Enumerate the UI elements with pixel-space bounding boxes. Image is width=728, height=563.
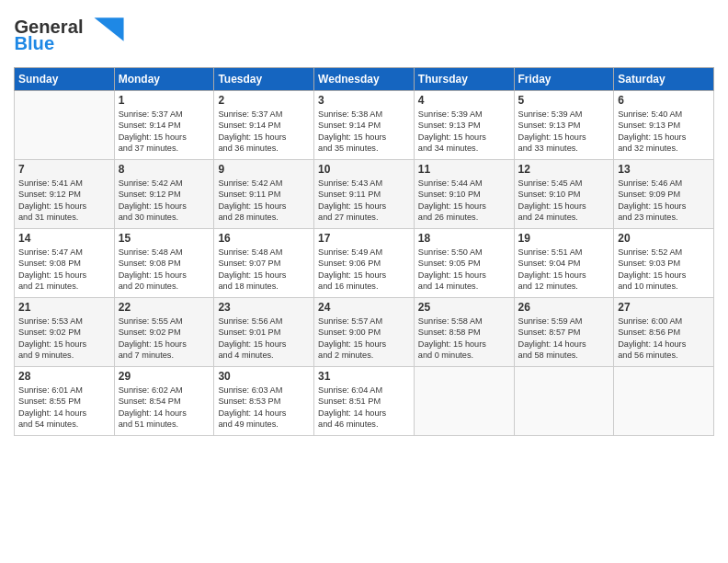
calendar-cell: 11Sunrise: 5:44 AM Sunset: 9:10 PM Dayli… — [414, 160, 514, 229]
day-number: 25 — [418, 301, 510, 314]
day-number: 13 — [618, 163, 710, 176]
day-number: 15 — [119, 232, 210, 245]
day-number: 21 — [18, 301, 110, 314]
day-info: Sunrise: 5:48 AM Sunset: 9:07 PM Dayligh… — [218, 247, 310, 293]
svg-text:Blue: Blue — [14, 33, 54, 53]
calendar-cell: 25Sunrise: 5:58 AM Sunset: 8:58 PM Dayli… — [414, 298, 514, 367]
weekday-header-friday: Friday — [514, 68, 614, 91]
day-number: 29 — [119, 370, 210, 383]
day-info: Sunrise: 5:44 AM Sunset: 9:10 PM Dayligh… — [418, 178, 510, 224]
day-info: Sunrise: 6:03 AM Sunset: 8:53 PM Dayligh… — [218, 385, 310, 431]
day-number: 14 — [18, 232, 110, 245]
calendar-cell: 13Sunrise: 5:46 AM Sunset: 9:09 PM Dayli… — [614, 160, 714, 229]
calendar-cell — [514, 367, 614, 436]
day-info: Sunrise: 5:46 AM Sunset: 9:09 PM Dayligh… — [618, 178, 710, 224]
calendar-body: 1Sunrise: 5:37 AM Sunset: 9:14 PM Daylig… — [15, 91, 714, 436]
calendar-cell: 30Sunrise: 6:03 AM Sunset: 8:53 PM Dayli… — [214, 367, 314, 436]
day-info: Sunrise: 5:51 AM Sunset: 9:04 PM Dayligh… — [518, 247, 610, 293]
day-number: 5 — [518, 94, 610, 107]
calendar-cell — [614, 367, 714, 436]
day-number: 23 — [218, 301, 310, 314]
day-info: Sunrise: 5:56 AM Sunset: 9:01 PM Dayligh… — [218, 316, 310, 362]
day-number: 2 — [218, 94, 310, 107]
day-number: 7 — [18, 163, 110, 176]
calendar-cell: 18Sunrise: 5:50 AM Sunset: 9:05 PM Dayli… — [414, 229, 514, 298]
calendar-cell: 23Sunrise: 5:56 AM Sunset: 9:01 PM Dayli… — [214, 298, 314, 367]
calendar-week-3: 14Sunrise: 5:47 AM Sunset: 9:08 PM Dayli… — [15, 229, 714, 298]
calendar-cell: 3Sunrise: 5:38 AM Sunset: 9:14 PM Daylig… — [314, 91, 415, 160]
calendar-cell: 1Sunrise: 5:37 AM Sunset: 9:14 PM Daylig… — [114, 91, 214, 160]
day-info: Sunrise: 5:47 AM Sunset: 9:08 PM Dayligh… — [18, 247, 110, 293]
day-info: Sunrise: 5:57 AM Sunset: 9:00 PM Dayligh… — [318, 316, 410, 362]
day-info: Sunrise: 6:01 AM Sunset: 8:55 PM Dayligh… — [18, 385, 110, 431]
calendar-week-4: 21Sunrise: 5:53 AM Sunset: 9:02 PM Dayli… — [15, 298, 714, 367]
calendar-cell: 22Sunrise: 5:55 AM Sunset: 9:02 PM Dayli… — [114, 298, 214, 367]
day-number: 16 — [218, 232, 310, 245]
day-number: 26 — [518, 301, 610, 314]
calendar-week-1: 1Sunrise: 5:37 AM Sunset: 9:14 PM Daylig… — [15, 91, 714, 160]
day-info: Sunrise: 5:37 AM Sunset: 9:14 PM Dayligh… — [119, 109, 210, 155]
calendar-cell: 12Sunrise: 5:45 AM Sunset: 9:10 PM Dayli… — [514, 160, 614, 229]
logo-svg: General Blue — [14, 9, 124, 60]
calendar-cell: 9Sunrise: 5:42 AM Sunset: 9:11 PM Daylig… — [214, 160, 314, 229]
day-info: Sunrise: 5:38 AM Sunset: 9:14 PM Dayligh… — [318, 109, 410, 155]
day-number: 1 — [119, 94, 210, 107]
calendar-cell: 16Sunrise: 5:48 AM Sunset: 9:07 PM Dayli… — [214, 229, 314, 298]
day-info: Sunrise: 5:41 AM Sunset: 9:12 PM Dayligh… — [18, 178, 110, 224]
day-info: Sunrise: 5:59 AM Sunset: 8:57 PM Dayligh… — [518, 316, 610, 362]
svg-marker-1 — [95, 17, 124, 41]
day-info: Sunrise: 5:37 AM Sunset: 9:14 PM Dayligh… — [218, 109, 310, 155]
day-info: Sunrise: 5:52 AM Sunset: 9:03 PM Dayligh… — [618, 247, 710, 293]
weekday-header-sunday: Sunday — [15, 68, 115, 91]
day-info: Sunrise: 5:42 AM Sunset: 9:11 PM Dayligh… — [218, 178, 310, 224]
day-info: Sunrise: 5:55 AM Sunset: 9:02 PM Dayligh… — [119, 316, 210, 362]
calendar-week-5: 28Sunrise: 6:01 AM Sunset: 8:55 PM Dayli… — [15, 367, 714, 436]
day-number: 10 — [318, 163, 410, 176]
day-number: 3 — [318, 94, 410, 107]
day-number: 11 — [418, 163, 510, 176]
calendar-cell: 27Sunrise: 6:00 AM Sunset: 8:56 PM Dayli… — [614, 298, 714, 367]
day-number: 30 — [218, 370, 310, 383]
day-number: 12 — [518, 163, 610, 176]
day-info: Sunrise: 5:58 AM Sunset: 8:58 PM Dayligh… — [418, 316, 510, 362]
calendar-cell — [414, 367, 514, 436]
day-info: Sunrise: 5:49 AM Sunset: 9:06 PM Dayligh… — [318, 247, 410, 293]
calendar-cell: 7Sunrise: 5:41 AM Sunset: 9:12 PM Daylig… — [15, 160, 115, 229]
calendar-header: SundayMondayTuesdayWednesdayThursdayFrid… — [15, 68, 714, 91]
day-number: 6 — [618, 94, 710, 107]
calendar-cell: 26Sunrise: 5:59 AM Sunset: 8:57 PM Dayli… — [514, 298, 614, 367]
day-number: 4 — [418, 94, 510, 107]
weekday-header-monday: Monday — [114, 68, 214, 91]
day-info: Sunrise: 5:43 AM Sunset: 9:11 PM Dayligh… — [318, 178, 410, 224]
day-number: 24 — [318, 301, 410, 314]
page-container: General Blue SundayMondayTuesdayWednesda… — [0, 0, 728, 445]
calendar-cell: 21Sunrise: 5:53 AM Sunset: 9:02 PM Dayli… — [15, 298, 115, 367]
day-number: 18 — [418, 232, 510, 245]
day-number: 22 — [119, 301, 210, 314]
day-number: 8 — [119, 163, 210, 176]
day-number: 31 — [318, 370, 410, 383]
calendar-cell: 29Sunrise: 6:02 AM Sunset: 8:54 PM Dayli… — [114, 367, 214, 436]
day-info: Sunrise: 5:50 AM Sunset: 9:05 PM Dayligh… — [418, 247, 510, 293]
day-info: Sunrise: 5:53 AM Sunset: 9:02 PM Dayligh… — [18, 316, 110, 362]
logo: General Blue — [14, 9, 124, 60]
day-info: Sunrise: 5:39 AM Sunset: 9:13 PM Dayligh… — [518, 109, 610, 155]
page-header: General Blue — [14, 9, 714, 60]
calendar-table: SundayMondayTuesdayWednesdayThursdayFrid… — [14, 67, 714, 436]
calendar-cell: 14Sunrise: 5:47 AM Sunset: 9:08 PM Dayli… — [15, 229, 115, 298]
calendar-cell: 31Sunrise: 6:04 AM Sunset: 8:51 PM Dayli… — [314, 367, 415, 436]
day-number: 19 — [518, 232, 610, 245]
calendar-cell: 24Sunrise: 5:57 AM Sunset: 9:00 PM Dayli… — [314, 298, 415, 367]
day-info: Sunrise: 5:40 AM Sunset: 9:13 PM Dayligh… — [618, 109, 710, 155]
day-info: Sunrise: 6:00 AM Sunset: 8:56 PM Dayligh… — [618, 316, 710, 362]
weekday-header-tuesday: Tuesday — [214, 68, 314, 91]
day-info: Sunrise: 6:04 AM Sunset: 8:51 PM Dayligh… — [318, 385, 410, 431]
calendar-cell: 5Sunrise: 5:39 AM Sunset: 9:13 PM Daylig… — [514, 91, 614, 160]
day-info: Sunrise: 5:39 AM Sunset: 9:13 PM Dayligh… — [418, 109, 510, 155]
day-info: Sunrise: 5:45 AM Sunset: 9:10 PM Dayligh… — [518, 178, 610, 224]
calendar-cell — [15, 91, 115, 160]
calendar-week-2: 7Sunrise: 5:41 AM Sunset: 9:12 PM Daylig… — [15, 160, 714, 229]
day-number: 28 — [18, 370, 110, 383]
weekday-header-thursday: Thursday — [414, 68, 514, 91]
calendar-cell: 8Sunrise: 5:42 AM Sunset: 9:12 PM Daylig… — [114, 160, 214, 229]
